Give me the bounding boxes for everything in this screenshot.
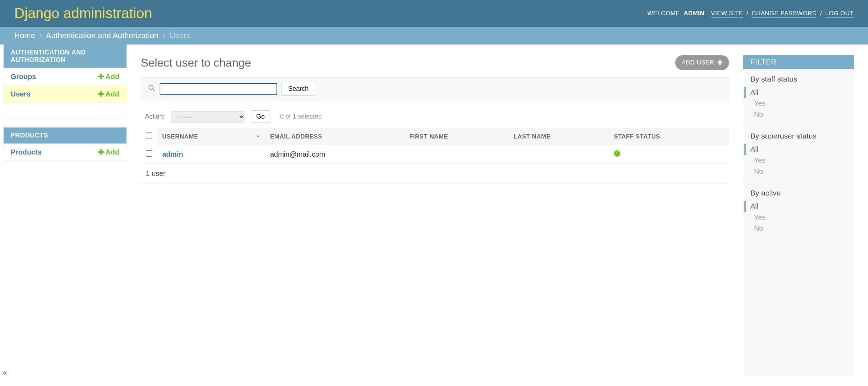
results-table: USERNAME▲ EMAIL ADDRESS FIRST NAME LAST … — [141, 128, 729, 164]
select-all-checkbox[interactable] — [146, 132, 152, 139]
search-icon — [148, 84, 155, 93]
paginator: 1 user — [141, 164, 729, 184]
sidebar-app-caption-products: PRODUCTS — [4, 127, 126, 144]
sidebar: AUTHENTICATION AND AUTHORIZATION Groups … — [0, 45, 126, 386]
action-select[interactable]: --------- — [171, 111, 244, 122]
row-staff-status — [609, 145, 729, 164]
check-true-icon — [614, 150, 620, 157]
col-first-name[interactable]: FIRST NAME — [404, 128, 509, 145]
table-row: admin admin@mail.com — [141, 145, 729, 164]
filter-group-title: By superuser status — [743, 126, 854, 144]
row-first-name — [404, 145, 509, 164]
filter-panel: FILTER By staff status All Yes No By sup… — [743, 55, 854, 375]
toggle-nav-icon[interactable]: « — [3, 368, 7, 377]
add-user-link[interactable]: ✚Add — [98, 90, 119, 98]
filter-option[interactable]: No — [750, 166, 847, 177]
logout-link[interactable]: LOG OUT — [825, 10, 854, 18]
selection-counter: 0 of 1 selected — [280, 113, 322, 120]
sidebar-item-groups[interactable]: Groups ✚Add — [4, 68, 126, 85]
filter-option[interactable]: No — [750, 109, 847, 120]
user-tools: WELCOME, ADMIN. VIEW SITE / CHANGE PASSW… — [647, 10, 854, 17]
header: Django administration WELCOME, ADMIN. VI… — [0, 0, 868, 27]
actions-bar: Action: --------- Go 0 of 1 selected — [141, 110, 729, 123]
sort-asc-icon: ▲ — [256, 133, 260, 138]
sidebar-link-products[interactable]: Products — [11, 148, 42, 156]
branding[interactable]: Django administration — [14, 5, 152, 21]
filter-option[interactable]: All — [744, 201, 847, 212]
row-username-link[interactable]: admin — [162, 150, 183, 158]
filter-option[interactable]: All — [744, 87, 847, 98]
filter-group-title: By staff status — [743, 69, 854, 87]
filter-option[interactable]: Yes — [750, 98, 847, 109]
col-email[interactable]: EMAIL ADDRESS — [265, 128, 404, 145]
col-staff-status[interactable]: STAFF STATUS — [609, 128, 729, 145]
sidebar-link-users[interactable]: Users — [11, 90, 31, 98]
plus-icon: ✚ — [98, 72, 104, 81]
sidebar-item-users[interactable]: Users ✚Add — [4, 85, 126, 103]
filter-option[interactable]: All — [744, 144, 847, 155]
action-label: Action: — [145, 113, 165, 120]
add-group-link[interactable]: ✚Add — [98, 72, 119, 81]
search-button[interactable]: Search — [281, 82, 315, 96]
filter-group-title: By active — [743, 183, 854, 201]
welcome-prefix: WELCOME, — [647, 10, 684, 17]
plus-icon: ✚ — [717, 59, 723, 67]
row-last-name — [508, 145, 609, 164]
breadcrumb-home[interactable]: Home — [14, 31, 35, 40]
col-username[interactable]: USERNAME▲ — [157, 128, 265, 145]
go-button[interactable]: Go — [251, 110, 270, 123]
sidebar-item-products[interactable]: Products ✚Add — [4, 144, 126, 161]
filter-option[interactable]: No — [750, 223, 847, 234]
page-title: Select user to change — [141, 56, 251, 69]
view-site-link[interactable]: VIEW SITE — [711, 10, 743, 18]
breadcrumb: Home › Authentication and Authorization … — [0, 27, 868, 45]
col-last-name[interactable]: LAST NAME — [508, 128, 609, 145]
search-input[interactable] — [160, 83, 277, 95]
breadcrumb-current: Users — [170, 31, 190, 40]
svg-point-0 — [149, 85, 153, 89]
filter-heading: FILTER — [743, 55, 854, 69]
filter-option[interactable]: Yes — [750, 212, 847, 223]
filter-option[interactable]: Yes — [750, 155, 847, 166]
search-toolbar: Search — [141, 77, 729, 100]
sidebar-link-groups[interactable]: Groups — [11, 73, 36, 81]
change-password-link[interactable]: CHANGE PASSWORD — [751, 10, 817, 18]
add-user-button[interactable]: ADD USER ✚ — [675, 55, 729, 70]
row-checkbox[interactable] — [146, 150, 152, 157]
username: ADMIN — [684, 10, 704, 17]
add-product-link[interactable]: ✚Add — [98, 148, 119, 156]
svg-line-1 — [153, 89, 155, 91]
row-email: admin@mail.com — [265, 145, 404, 164]
plus-icon: ✚ — [98, 90, 104, 98]
sidebar-app-caption-auth: AUTHENTICATION AND AUTHORIZATION — [4, 45, 126, 68]
breadcrumb-app[interactable]: Authentication and Authorization — [46, 31, 159, 40]
content-main: Select user to change ADD USER ✚ Search … — [141, 55, 729, 375]
plus-icon: ✚ — [98, 148, 104, 156]
